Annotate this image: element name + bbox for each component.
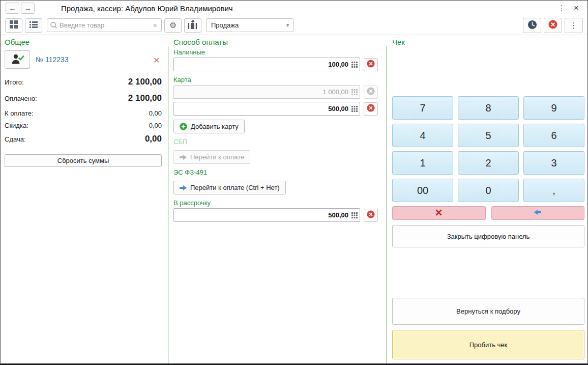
back-to-selection-button[interactable]: Вернуться к подбору: [392, 298, 584, 325]
forward-button[interactable]: →: [21, 3, 35, 14]
numpad-key-2[interactable]: 2: [458, 151, 519, 175]
es-pay-label: Перейти к оплате (Ctrl + Нет): [190, 184, 280, 191]
installment-input-wrap: [173, 208, 360, 222]
backspace-arrow-icon: [534, 209, 541, 217]
change-value: 0,00: [145, 134, 162, 144]
search-clear-icon[interactable]: ×: [152, 21, 158, 30]
red-cross-circle-icon: [548, 20, 557, 31]
pos-window: ← → Продажа, кассир: Абдулов Юрий Владим…: [0, 0, 588, 365]
discount-value: 0,00: [149, 122, 162, 129]
card-row: [173, 102, 378, 116]
settings-button[interactable]: ⚙: [164, 18, 182, 33]
numpad-key-9[interactable]: 9: [523, 96, 584, 120]
calculator-icon[interactable]: [351, 212, 360, 218]
numpad-key-0[interactable]: 0: [458, 179, 519, 202]
discount-row: Скидка: 0,00: [5, 122, 162, 129]
general-section: Общее № 112233 × Итого: 2 100,00 Оплачен…: [1, 35, 168, 363]
customer-button[interactable]: [5, 50, 30, 69]
history-button[interactable]: [523, 18, 541, 33]
add-card-button[interactable]: Добавить карту: [173, 120, 245, 133]
es-label: ЭС ФЗ-491: [173, 169, 380, 176]
numpad-key-comma[interactable]: ,: [523, 179, 584, 202]
paid-row: Оплачено: 2 100,00: [5, 93, 162, 103]
card-label: Карта: [173, 76, 380, 83]
card-clear-button-disabled: [364, 86, 378, 99]
es-pay-button[interactable]: Перейти к оплате (Ctrl + Нет): [173, 181, 286, 194]
receipt-section: Чек 7 8 9 4 5 6 1 2 3 00 0 ,: [387, 35, 587, 363]
cash-amount-input[interactable]: [174, 61, 351, 68]
to-pay-row: К оплате: 0,00: [5, 109, 162, 117]
kebab-icon: ⋮: [558, 4, 566, 12]
numpad-key-1[interactable]: 1: [392, 151, 453, 175]
numpad-key-00[interactable]: 00: [392, 179, 453, 202]
installment-amount-input[interactable]: [174, 211, 351, 219]
numpad-key-6[interactable]: 6: [523, 124, 584, 147]
general-header: Общее: [5, 38, 162, 46]
operation-mode-value: Продажа: [207, 21, 282, 29]
paid-value: 2 100,00: [128, 93, 162, 103]
grid-icon: [10, 20, 18, 30]
receipt-number-link[interactable]: № 112233: [36, 55, 69, 64]
totals-list: Итого: 2 100,00 Оплачено: 2 100,00 К опл…: [5, 77, 162, 144]
card-amount-input-disabled: [174, 88, 351, 96]
product-search: ×: [47, 18, 162, 32]
forward-arrow-icon: →: [24, 4, 32, 12]
installment-label: В рассрочку: [173, 199, 380, 207]
numpad: 7 8 9 4 5 6 1 2 3 00 0 ,: [392, 96, 584, 202]
search-input[interactable]: [60, 21, 152, 29]
card-input-disabled-wrap: [173, 85, 360, 99]
cancel-operation-button[interactable]: [544, 18, 562, 33]
numpad-action-row: [392, 206, 584, 220]
installment-row: [173, 208, 378, 222]
list-view-button[interactable]: [25, 18, 42, 33]
reset-amounts-button[interactable]: Сбросить суммы: [5, 154, 162, 167]
back-arrow-icon: ←: [9, 4, 16, 12]
barcode-icon: [188, 20, 197, 31]
barcode-scan-button[interactable]: [184, 18, 201, 33]
change-label: Сдача:: [5, 135, 26, 143]
installment-clear-button[interactable]: [364, 209, 378, 222]
back-button[interactable]: ←: [6, 3, 19, 14]
window-menu-button[interactable]: ⋮: [556, 4, 567, 13]
discount-label: Скидка:: [5, 122, 28, 129]
grid-view-button[interactable]: [5, 18, 22, 33]
sbp-pay-button: Перейти к оплате: [173, 150, 250, 164]
card-amount-input[interactable]: [174, 105, 351, 113]
card-clear-button[interactable]: [364, 102, 378, 116]
change-row: Сдача: 0,00: [5, 134, 162, 144]
gear-icon: ⚙: [169, 20, 177, 30]
payment-section: Способ оплаты Наличные Карта: [168, 35, 387, 363]
cash-clear-button[interactable]: [364, 58, 378, 71]
close-numpad-button[interactable]: Закрыть цифровую панель: [392, 225, 584, 247]
sbp-pay-label: Перейти к оплате: [190, 153, 244, 161]
cash-input-wrap: [173, 58, 360, 71]
payment-header: Способ оплаты: [173, 38, 380, 46]
numpad-backspace-button[interactable]: [491, 206, 585, 220]
main-area: Общее № 112233 × Итого: 2 100,00 Оплачен…: [1, 35, 587, 363]
green-plus-circle-icon: [180, 123, 187, 130]
print-receipt-button[interactable]: Пробить чек: [392, 330, 584, 359]
card-row-disabled: [173, 85, 378, 99]
calculator-icon[interactable]: [351, 106, 360, 112]
title-bar: ← → Продажа, кассир: Абдулов Юрий Владим…: [1, 1, 587, 16]
numpad-key-3[interactable]: 3: [523, 151, 584, 175]
receipt-actions: Вернуться к подбору Пробить чек: [392, 298, 584, 359]
numpad-key-4[interactable]: 4: [392, 124, 453, 147]
blue-arrow-right-icon: [180, 185, 187, 191]
numpad-key-7[interactable]: 7: [392, 96, 453, 120]
cash-row: [173, 58, 378, 71]
person-check-icon: [11, 53, 24, 66]
numpad-clear-button[interactable]: [392, 206, 486, 220]
to-pay-label: К оплате:: [5, 109, 34, 117]
clear-customer-icon[interactable]: ×: [152, 54, 162, 65]
numpad-key-8[interactable]: 8: [458, 96, 519, 120]
numpad-key-5[interactable]: 5: [458, 124, 519, 147]
window-close-button[interactable]: ×: [570, 3, 582, 13]
more-actions-button[interactable]: ⋮: [565, 18, 583, 33]
receipt-header: Чек: [392, 38, 584, 46]
calculator-icon[interactable]: [351, 62, 360, 68]
sbp-label: СБП: [173, 138, 380, 146]
chevron-down-icon: ▾: [282, 19, 293, 32]
red-cross-circle-icon: [367, 210, 375, 220]
operation-mode-select[interactable]: Продажа ▾: [206, 18, 293, 32]
